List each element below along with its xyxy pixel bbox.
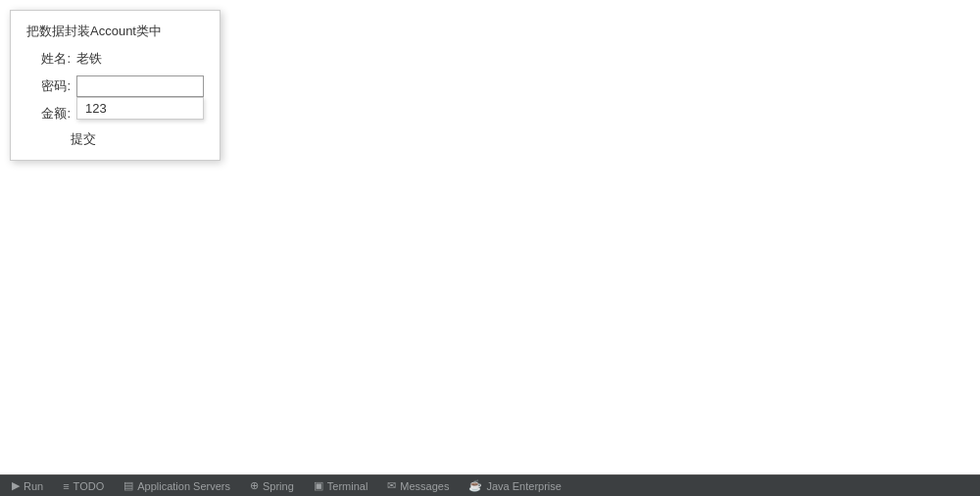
status-bar: ▶ Run ≡ TODO ▤ Application Servers ⊕ Spr… bbox=[0, 474, 980, 496]
app-servers-label: Application Servers bbox=[137, 480, 230, 492]
run-status-icon: ▶ bbox=[12, 479, 20, 492]
status-run[interactable]: ▶ Run bbox=[8, 479, 47, 492]
java-enterprise-icon: ☕ bbox=[468, 479, 482, 492]
form-name-row: 姓名: 老铁 bbox=[26, 50, 204, 68]
terminal-label: Terminal bbox=[327, 480, 368, 492]
terminal-icon: ▣ bbox=[314, 479, 323, 492]
status-messages[interactable]: ✉ Messages bbox=[383, 479, 453, 492]
java-enterprise-label: Java Enterprise bbox=[486, 480, 561, 492]
password-input[interactable] bbox=[76, 75, 204, 97]
spring-icon: ⊕ bbox=[250, 479, 259, 492]
status-java-enterprise[interactable]: ☕ Java Enterprise bbox=[465, 479, 564, 492]
messages-icon: ✉ bbox=[387, 479, 396, 492]
name-value: 老铁 bbox=[76, 50, 102, 68]
browser-section: 把数据封装Account类中 姓名: 老铁 密码: 123 bbox=[152, 71, 980, 323]
submit-button[interactable]: 提交 bbox=[71, 130, 96, 148]
status-terminal[interactable]: ▣ Terminal bbox=[310, 479, 372, 492]
messages-label: Messages bbox=[400, 480, 449, 492]
status-spring[interactable]: ⊕ Spring bbox=[246, 479, 298, 492]
amount-label: 金额: bbox=[26, 105, 71, 123]
submit-row: 提交 bbox=[26, 130, 204, 148]
name-label: 姓名: bbox=[26, 50, 71, 68]
todo-icon: ≡ bbox=[63, 480, 69, 492]
form-popup: 把数据封装Account类中 姓名: 老铁 密码: 123 bbox=[10, 10, 220, 161]
password-label: 密码: bbox=[26, 77, 71, 95]
form-title: 把数据封装Account类中 bbox=[26, 23, 204, 40]
editor-and-browser: 8 9 10 11 12 13 14 15 16 17 18 19 20 21 … bbox=[0, 71, 980, 323]
app-servers-icon: ▤ bbox=[123, 479, 133, 492]
form-password-row: 密码: 123 bbox=[26, 75, 204, 97]
status-app-servers[interactable]: ▤ Application Servers bbox=[120, 479, 234, 492]
spring-label: Spring bbox=[263, 480, 294, 492]
autocomplete-item[interactable]: 123 bbox=[77, 98, 203, 119]
form-container: 把数据封装Account类中 姓名: 老铁 密码: 123 bbox=[0, 0, 980, 496]
todo-label: TODO bbox=[74, 480, 105, 492]
status-todo[interactable]: ≡ TODO bbox=[59, 480, 108, 492]
run-status-label: Run bbox=[24, 480, 43, 492]
autocomplete-dropdown: 123 bbox=[76, 97, 204, 120]
